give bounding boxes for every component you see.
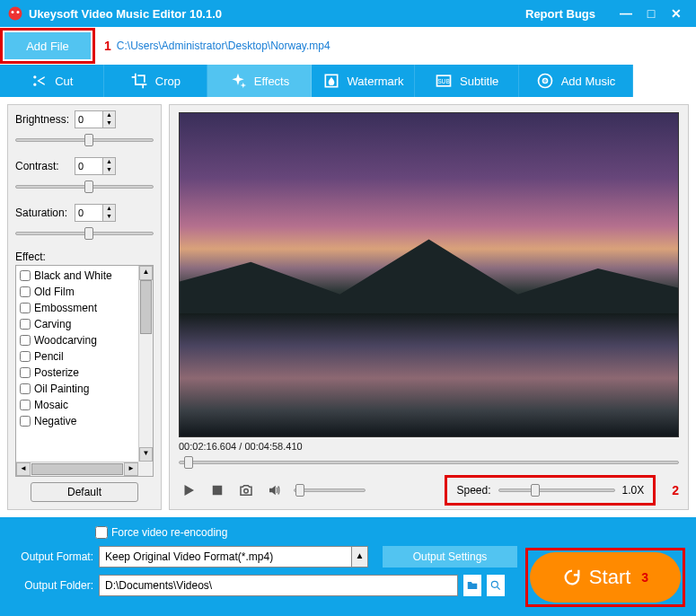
tab-effects[interactable]: Effects — [207, 65, 312, 97]
effect-item[interactable]: Woodcarving — [20, 332, 138, 348]
contrast-input[interactable]: ▲▼ — [75, 157, 116, 175]
svg-point-12 — [491, 581, 498, 587]
report-bugs-link[interactable]: Report Bugs — [525, 7, 595, 21]
svg-marker-9 — [180, 239, 678, 313]
saturation-input[interactable]: ▲▼ — [75, 204, 116, 222]
tab-add-music[interactable]: Add Music — [519, 65, 633, 97]
main-area: Brightness: ▲▼ Contrast: ▲▼ Saturation: … — [0, 97, 696, 517]
vertical-scrollbar[interactable]: ▲ ▼ — [138, 266, 153, 462]
horizontal-scrollbar[interactable]: ◄ ► — [16, 462, 138, 476]
speed-value: 1.0X — [622, 484, 645, 497]
brightness-slider[interactable] — [15, 132, 154, 148]
effect-item[interactable]: Posterize — [20, 365, 138, 381]
effect-checkbox[interactable] — [20, 416, 31, 427]
scroll-right-icon[interactable]: ► — [124, 462, 138, 476]
effect-name: Woodcarving — [34, 334, 97, 347]
tab-watermark[interactable]: Watermark — [312, 65, 416, 97]
spin-down-icon[interactable]: ▼ — [102, 166, 115, 174]
maximize-button[interactable]: □ — [639, 6, 664, 21]
play-button[interactable] — [179, 480, 198, 500]
effect-item[interactable]: Oil Painting — [20, 381, 138, 397]
scroll-left-icon[interactable]: ◄ — [16, 462, 31, 476]
tab-subtitle[interactable]: SUB Subtitle — [415, 65, 519, 97]
snapshot-button[interactable] — [236, 480, 256, 500]
minimize-button[interactable]: — — [613, 6, 639, 21]
tab-label: Add Music — [561, 75, 616, 88]
tab-crop[interactable]: Crop — [104, 65, 208, 97]
contrast-value[interactable] — [75, 161, 102, 172]
disc-icon — [536, 72, 554, 90]
scroll-up-icon[interactable]: ▲ — [139, 266, 153, 280]
contrast-slider[interactable] — [15, 179, 154, 195]
svg-rect-10 — [213, 486, 223, 496]
file-path: C:\Users\Administrator\Desktop\Norway.mp… — [117, 40, 330, 52]
stop-button[interactable] — [207, 480, 227, 500]
brightness-input[interactable]: ▲▼ — [75, 110, 116, 128]
effect-item[interactable]: Black and White — [20, 268, 138, 284]
seek-slider[interactable] — [179, 455, 679, 470]
effect-checkbox[interactable] — [20, 351, 31, 362]
spin-up-icon[interactable]: ▲ — [102, 205, 115, 213]
spin-down-icon[interactable]: ▼ — [102, 213, 115, 221]
effect-item[interactable]: Negative — [20, 413, 138, 429]
tab-label: Effects — [254, 75, 290, 88]
output-format-select[interactable]: Keep Original Video Format(*.mp4) ▲ — [99, 546, 368, 568]
svg-point-11 — [244, 489, 249, 494]
effect-checkbox[interactable] — [20, 383, 31, 394]
start-label: Start — [589, 566, 630, 589]
effect-checkbox[interactable] — [20, 335, 31, 346]
chevron-up-icon[interactable]: ▲ — [351, 547, 367, 567]
tab-spacer — [633, 65, 696, 97]
effect-checkbox[interactable] — [20, 270, 31, 281]
annotation-1: 1 — [104, 39, 111, 53]
add-file-button[interactable]: Add File — [4, 32, 91, 59]
effect-label: Effect: — [15, 251, 154, 263]
folder-icon[interactable] — [463, 575, 481, 596]
brightness-value[interactable] — [75, 114, 102, 125]
volume-button[interactable] — [265, 480, 285, 500]
sparkle-icon — [229, 72, 247, 90]
scroll-thumb[interactable] — [140, 280, 152, 334]
contrast-label: Contrast: — [15, 160, 75, 172]
close-button[interactable]: ✕ — [664, 6, 689, 21]
tab-label: Crop — [155, 75, 181, 88]
tab-cut[interactable]: Cut — [0, 65, 104, 97]
saturation-slider[interactable] — [15, 225, 154, 242]
effect-item[interactable]: Embossment — [20, 300, 138, 316]
video-preview[interactable] — [179, 112, 679, 437]
adjust-panel: Brightness: ▲▼ Contrast: ▲▼ Saturation: … — [7, 104, 162, 510]
output-settings-button[interactable]: Output Settings — [383, 546, 517, 568]
speed-slider[interactable] — [498, 483, 615, 497]
refresh-icon — [562, 568, 582, 587]
svg-point-8 — [544, 80, 546, 82]
effect-item[interactable]: Carving — [20, 316, 138, 332]
scissors-icon — [30, 72, 48, 90]
spin-down-icon[interactable]: ▼ — [102, 119, 115, 128]
spin-up-icon[interactable]: ▲ — [102, 111, 115, 119]
scroll-down-icon[interactable]: ▼ — [139, 447, 153, 462]
effect-checkbox[interactable] — [20, 367, 31, 378]
effect-list[interactable]: Black and WhiteOld FilmEmbossmentCarving… — [16, 266, 138, 462]
default-button[interactable]: Default — [31, 482, 138, 502]
saturation-value[interactable] — [75, 207, 102, 218]
effect-checkbox[interactable] — [20, 400, 31, 410]
effect-checkbox[interactable] — [20, 319, 31, 330]
start-button[interactable]: Start 3 — [530, 552, 681, 603]
effect-item[interactable]: Old Film — [20, 284, 138, 300]
force-reencode-checkbox[interactable] — [95, 526, 108, 539]
annotation-box-1: Add File — [0, 28, 95, 64]
volume-slider[interactable] — [294, 483, 366, 497]
effect-name: Oil Painting — [34, 383, 89, 395]
effect-item[interactable]: Pencil — [20, 348, 138, 365]
effect-item[interactable]: Mosaic — [20, 397, 138, 413]
scroll-thumb[interactable] — [31, 463, 123, 475]
output-folder-label: Output Folder: — [11, 579, 93, 592]
effect-checkbox[interactable] — [20, 286, 31, 297]
svg-point-2 — [17, 11, 20, 13]
preview-panel: 00:02:16.604 / 00:04:58.410 Speed: 1.0X … — [169, 104, 689, 510]
effect-checkbox[interactable] — [20, 303, 31, 313]
output-folder-input[interactable] — [99, 575, 458, 596]
effect-name: Negative — [34, 415, 76, 427]
spin-up-icon[interactable]: ▲ — [102, 158, 115, 166]
search-icon[interactable] — [487, 575, 505, 596]
